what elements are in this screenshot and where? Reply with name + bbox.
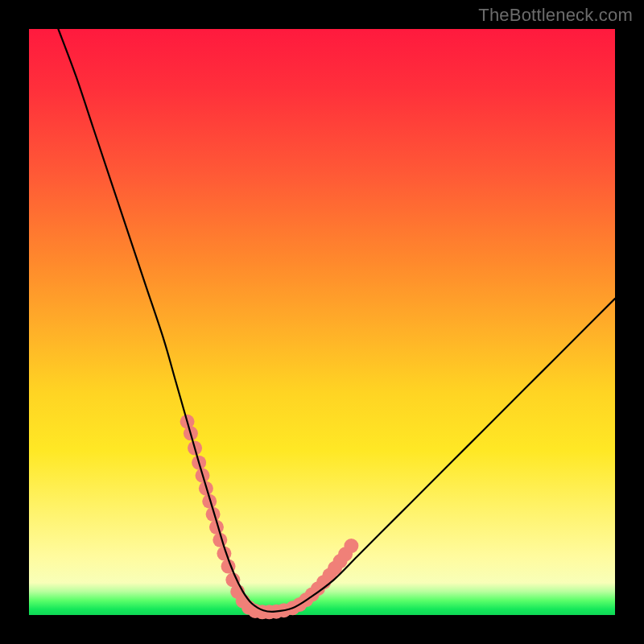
highlight-dot xyxy=(344,539,358,553)
chart-frame: TheBottleneck.com xyxy=(0,0,644,644)
plot-area xyxy=(29,29,615,615)
chart-svg xyxy=(29,29,615,615)
highlight-dots xyxy=(180,415,359,620)
curve-path xyxy=(58,29,615,612)
watermark-text: TheBottleneck.com xyxy=(478,5,633,26)
